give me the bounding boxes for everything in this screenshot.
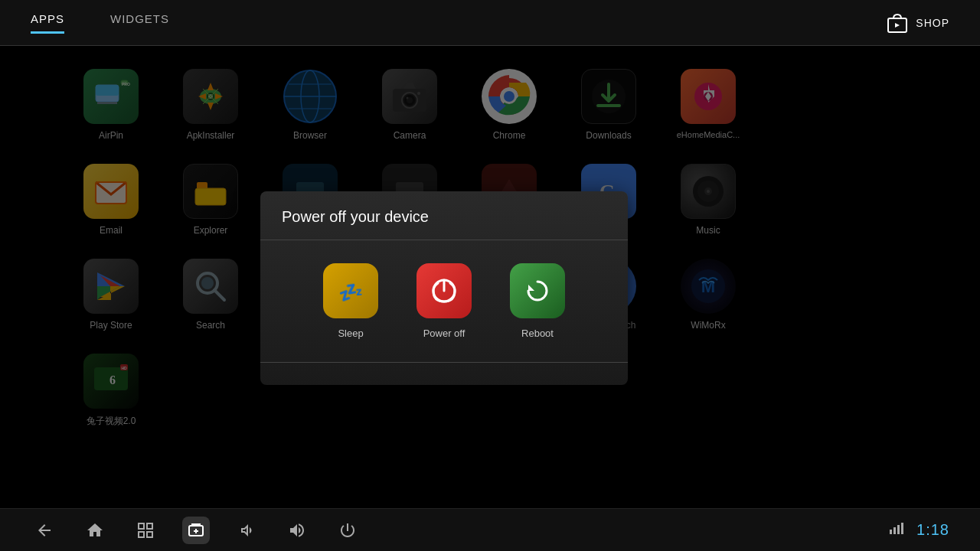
tab-widgets[interactable]: WIDGETS xyxy=(110,12,169,34)
poweroff-icon xyxy=(416,263,472,318)
shop-label: SHOP xyxy=(916,17,949,29)
bottom-bar: 1:18 xyxy=(0,508,980,551)
top-bar: APPS WIDGETS SHOP xyxy=(0,0,980,46)
poweroff-label: Power off xyxy=(423,328,466,339)
reboot-icon xyxy=(510,263,565,318)
signal-icon xyxy=(889,520,904,540)
svg-rect-81 xyxy=(147,523,152,529)
svg-rect-89 xyxy=(897,525,900,534)
svg-rect-82 xyxy=(139,532,144,537)
clock: 1:18 xyxy=(916,521,949,539)
sleep-option[interactable]: 💤 Sleep xyxy=(323,263,378,339)
shop-icon xyxy=(885,11,910,35)
sleep-icon: 💤 xyxy=(323,263,378,318)
power-button[interactable] xyxy=(334,517,361,544)
svg-rect-88 xyxy=(893,527,896,534)
power-off-dialog: Power off your device 💤 Sleep xyxy=(260,191,628,385)
dialog-title: Power off your device xyxy=(260,191,628,240)
svg-rect-87 xyxy=(890,530,892,534)
recents-button[interactable] xyxy=(132,517,159,544)
tabs: APPS WIDGETS xyxy=(31,12,169,34)
sleep-label: Sleep xyxy=(338,328,363,339)
tab-apps[interactable]: APPS xyxy=(31,12,64,34)
svg-rect-83 xyxy=(147,532,152,537)
svg-text:💤: 💤 xyxy=(338,280,364,305)
svg-marker-79 xyxy=(528,285,534,291)
svg-marker-1 xyxy=(895,23,900,28)
right-nav: 1:18 xyxy=(889,520,949,540)
reboot-label: Reboot xyxy=(521,328,554,339)
shop-button[interactable]: SHOP xyxy=(885,11,949,35)
dialog-body: 💤 Sleep Power off xyxy=(260,240,628,362)
screenshot-button[interactable] xyxy=(182,517,210,544)
volume-up-button[interactable] xyxy=(283,517,311,544)
home-button[interactable] xyxy=(81,517,109,544)
dialog-footer xyxy=(260,362,628,385)
nav-icons xyxy=(31,517,361,544)
reboot-option[interactable]: Reboot xyxy=(510,263,565,339)
volume-down-button[interactable] xyxy=(233,517,260,544)
poweroff-option[interactable]: Power off xyxy=(416,263,472,339)
svg-rect-80 xyxy=(139,523,144,529)
back-button[interactable] xyxy=(31,517,58,544)
svg-rect-90 xyxy=(901,523,903,534)
